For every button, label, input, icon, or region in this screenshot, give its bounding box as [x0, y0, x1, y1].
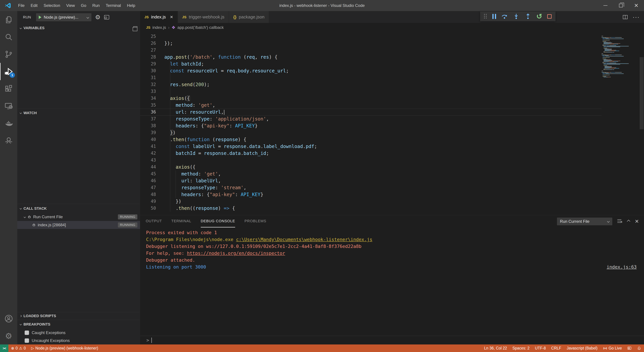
menu-view[interactable]: View: [63, 0, 78, 11]
minimize-button[interactable]: [598, 0, 613, 11]
accounts-button[interactable]: [0, 310, 17, 327]
code-line[interactable]: 45 method: 'get',: [140, 170, 602, 177]
code-line[interactable]: 49 }): [140, 198, 602, 205]
breakpoint-caught-exceptions[interactable]: Caught Exceptions: [17, 329, 140, 337]
tab-package-json[interactable]: {} package.json: [229, 11, 269, 23]
sidebar-item-octopus-extension[interactable]: [0, 132, 17, 149]
cursor-position-status[interactable]: Ln 36, Col 22: [481, 345, 510, 352]
step-into-button[interactable]: [513, 13, 520, 20]
code-line[interactable]: 27: [140, 47, 602, 54]
maximize-panel-icon[interactable]: [627, 220, 630, 223]
debug-console-icon[interactable]: [104, 15, 109, 19]
breadcrumb-file[interactable]: index.js: [152, 25, 166, 30]
code-line[interactable]: 39 }): [140, 129, 602, 136]
settings-button[interactable]: ⚙: [0, 327, 17, 345]
sidebar-item-explorer[interactable]: [0, 11, 17, 28]
configure-gear-icon[interactable]: ⚙: [95, 14, 100, 20]
tab-debug-console[interactable]: DEBUG CONSOLE: [201, 215, 235, 227]
code-line[interactable]: 32 res.send(200);: [140, 81, 602, 88]
close-button[interactable]: ✕: [628, 0, 644, 11]
breakpoints-section-header[interactable]: BREAKPOINTS: [17, 320, 140, 329]
code-line[interactable]: 40 .then(function (response) {: [140, 136, 602, 143]
menu-terminal[interactable]: Terminal: [103, 0, 124, 11]
code-line[interactable]: 25: [140, 33, 602, 40]
step-out-button[interactable]: [524, 13, 531, 20]
remote-indicator[interactable]: ><: [0, 345, 8, 352]
menu-edit[interactable]: Edit: [28, 0, 40, 11]
breadcrumb-symbol[interactable]: app.post('/batch') callback: [178, 25, 224, 30]
eol-status[interactable]: CRLF: [548, 345, 564, 352]
sidebar-item-extensions[interactable]: [0, 80, 17, 97]
sidebar-item-search[interactable]: [0, 28, 17, 45]
code-line[interactable]: 31: [140, 74, 602, 81]
menu-file[interactable]: File: [15, 0, 28, 11]
stop-button[interactable]: [547, 14, 552, 18]
code-line[interactable]: 26});: [140, 40, 602, 47]
minimap[interactable]: [602, 32, 639, 215]
code-line[interactable]: 33: [140, 88, 602, 95]
code-line[interactable]: 35 method: 'get',: [140, 102, 602, 109]
loaded-scripts-section-header[interactable]: LOADED SCRIPTS: [17, 312, 140, 320]
sidebar-item-run-and-debug[interactable]: 1: [0, 63, 17, 80]
debug-console-input[interactable]: >: [140, 336, 644, 345]
code-line[interactable]: 50 .then((response) => {: [140, 205, 602, 212]
call-stack-process-row[interactable]: index.js [28684] RUNNING: [17, 221, 140, 229]
indentation-status[interactable]: Spaces: 2: [510, 345, 532, 352]
pause-button[interactable]: [492, 14, 496, 19]
more-actions-icon[interactable]: ···: [632, 13, 640, 21]
code-line[interactable]: 34 axios({: [140, 95, 602, 102]
code-line[interactable]: 38 headers: {"api-key": API_KEY}: [140, 122, 602, 129]
code-line[interactable]: 37 responseType: 'application/json',: [140, 115, 602, 122]
code-editor[interactable]: 2526});2728app.post('/batch', function (…: [140, 32, 602, 215]
debug-console-output[interactable]: Process exited with code 1C:\Program Fil…: [140, 227, 644, 336]
call-stack-session-row[interactable]: Run Current File RUNNING: [17, 213, 140, 221]
notifications-status[interactable]: [634, 345, 644, 352]
go-live-status[interactable]: Go Live: [600, 345, 624, 352]
watch-section-header[interactable]: WATCH: [17, 108, 140, 117]
editor-scrollbar[interactable]: [639, 32, 644, 215]
tab-terminal[interactable]: TERMINAL: [171, 215, 191, 227]
code-line[interactable]: 41 const labelUrl = response.data.label_…: [140, 143, 602, 150]
code-line[interactable]: 43: [140, 157, 602, 164]
close-panel-icon[interactable]: ✕: [635, 218, 639, 224]
tab-output[interactable]: OUTPUT: [146, 215, 162, 227]
source-location-link[interactable]: index.js:63: [606, 264, 636, 270]
panes-icon[interactable]: [133, 26, 137, 30]
restore-button[interactable]: [613, 0, 628, 11]
close-tab-icon[interactable]: ✕: [170, 15, 173, 19]
breadcrumb[interactable]: JS index.js › ❖ app.post('/batch') callb…: [140, 23, 644, 32]
code-line[interactable]: 29 let batchId;: [140, 60, 602, 67]
code-line[interactable]: 30 const resourceUrl = req.body.resource…: [140, 67, 602, 74]
split-editor-icon[interactable]: [623, 15, 628, 19]
menu-go[interactable]: Go: [78, 0, 89, 11]
menu-selection[interactable]: Selection: [40, 0, 63, 11]
tab-trigger-webhook-js[interactable]: JS trigger-webhook.js: [178, 11, 229, 23]
code-line[interactable]: 28app.post('/batch', function (req, res)…: [140, 54, 602, 60]
sidebar-item-source-control[interactable]: [0, 45, 17, 63]
console-link[interactable]: https://nodejs.org/en/docs/inspector: [187, 251, 285, 256]
variables-section-header[interactable]: VARIABLES: [17, 23, 140, 32]
code-line[interactable]: 47 responseType: 'stream',: [140, 184, 602, 191]
checkbox-unchecked[interactable]: [25, 331, 29, 335]
scrollbar-thumb[interactable]: [640, 57, 644, 129]
feedback-status[interactable]: [624, 345, 634, 352]
menu-help[interactable]: Help: [124, 0, 138, 11]
menu-run[interactable]: Run: [89, 0, 103, 11]
code-line[interactable]: 46 url: labelUrl,: [140, 177, 602, 184]
console-link[interactable]: c:\Users\Mandy\Documents\webhook-listene…: [236, 237, 372, 242]
code-line[interactable]: 42 batchId = response.data.batch_id;: [140, 150, 602, 157]
sidebar-item-remote-explorer[interactable]: [0, 97, 17, 115]
step-over-button[interactable]: [501, 13, 508, 20]
code-line[interactable]: 44 axios({: [140, 164, 602, 170]
language-mode-status[interactable]: Javascript (Babel): [564, 345, 600, 352]
checkbox-unchecked[interactable]: [25, 339, 29, 343]
encoding-status[interactable]: UTF-8: [532, 345, 548, 352]
restart-button[interactable]: ↺: [536, 13, 542, 20]
code-line[interactable]: 36 url: resourceUrl,: [140, 109, 602, 115]
debug-target-status[interactable]: ▷ Node.js (preview) (webhook-listener): [28, 345, 101, 352]
tab-index-js[interactable]: JS index.js ✕: [140, 11, 178, 23]
problems-status[interactable]: ⊗ 0 ⚠ 0: [8, 345, 28, 352]
breakpoint-uncaught-exceptions[interactable]: Uncaught Exceptions: [17, 337, 140, 345]
clear-console-icon[interactable]: ✕: [617, 219, 622, 223]
call-stack-section-header[interactable]: CALL STACK: [17, 204, 140, 213]
